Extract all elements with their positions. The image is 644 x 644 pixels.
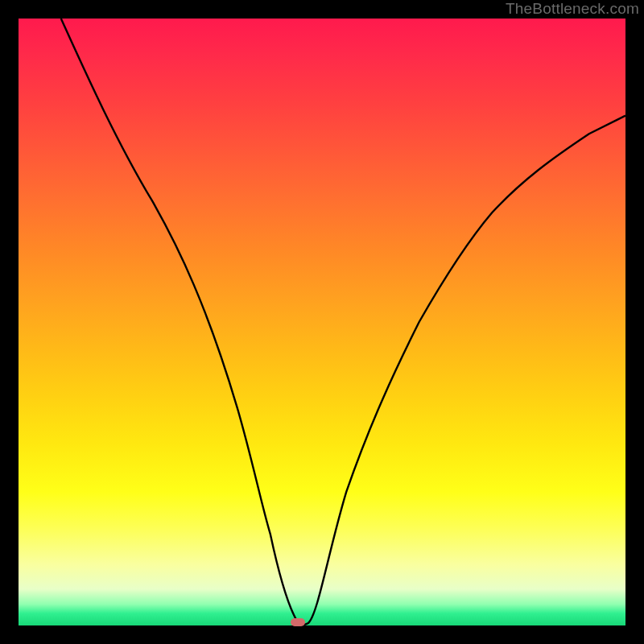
optimal-marker — [291, 618, 305, 626]
curve-layer — [19, 19, 625, 625]
plot-area — [19, 19, 625, 625]
bottleneck-curve — [61, 19, 625, 625]
watermark-text: TheBottleneck.com — [506, 0, 639, 18]
